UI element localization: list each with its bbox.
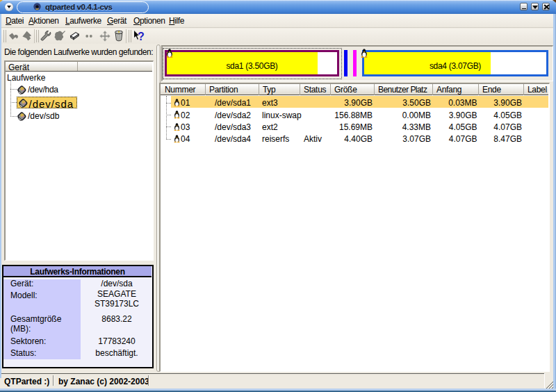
svg-text:?: ? [138,31,145,42]
